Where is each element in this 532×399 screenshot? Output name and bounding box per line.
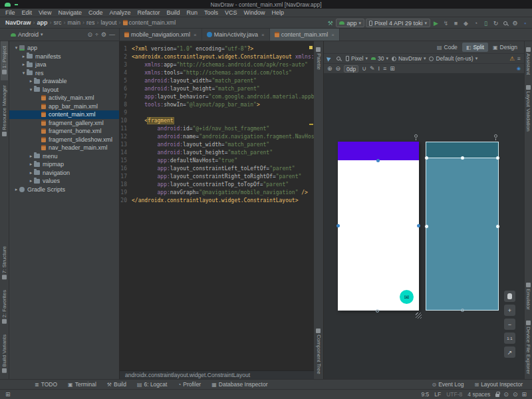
warning-icon[interactable]: ⚠ bbox=[509, 55, 515, 62]
tree-item[interactable]: ▸Gradle Scripts bbox=[9, 186, 119, 194]
menu-file[interactable]: File bbox=[2, 9, 19, 16]
close-icon[interactable]: × bbox=[194, 32, 197, 38]
breadcrumb-item[interactable]: content_main.xml bbox=[122, 19, 178, 26]
tool-strip-tab-layout-validation[interactable]: Layout Validation bbox=[525, 79, 532, 136]
pencil-icon[interactable]: ✎ bbox=[370, 65, 375, 72]
zoom-actual-button[interactable]: 1:1 bbox=[504, 332, 515, 344]
close-icon[interactable]: × bbox=[331, 32, 334, 38]
chevron-right-icon[interactable]: ▸ bbox=[28, 162, 34, 167]
api-selector[interactable]: 30▾ bbox=[371, 55, 388, 62]
tool-strip-tab-resource-manager[interactable]: Resource Manager bbox=[1, 80, 8, 142]
resize-handle[interactable] bbox=[416, 313, 422, 319]
tree-item[interactable]: fragment_slideshow.xml bbox=[9, 136, 119, 144]
menu-tools[interactable]: Tools bbox=[201, 9, 221, 16]
constraint-anchor-left[interactable] bbox=[336, 224, 340, 227]
tab-mobile_navigation.xml[interactable]: mobile_navigation.xml× bbox=[120, 29, 202, 41]
tool-window-build[interactable]: ⚒Build bbox=[102, 381, 132, 388]
chevron-down-icon[interactable]: ▾ bbox=[13, 45, 19, 51]
tab-content_main.xml[interactable]: content_main.xml× bbox=[270, 29, 340, 41]
breadcrumb-item[interactable]: src bbox=[53, 19, 63, 26]
tree-item[interactable]: ▸mipmap bbox=[9, 160, 119, 169]
collapse-all-icon[interactable]: ÷ bbox=[94, 31, 100, 38]
code-line[interactable]: 14 android:layout_height="match_parent" bbox=[120, 149, 314, 157]
constraint-anchor-bottom[interactable] bbox=[376, 309, 379, 313]
settings-icon[interactable]: ⚙ bbox=[100, 31, 108, 38]
code-line[interactable]: 3 xmlns:app="http://schemas.android.com/… bbox=[120, 61, 314, 69]
pack-icon[interactable]: ≡ bbox=[383, 65, 386, 72]
pointer-icon[interactable] bbox=[327, 56, 332, 62]
magnet-icon[interactable]: ∪ bbox=[362, 65, 366, 72]
tree-item[interactable]: fragment_gallery.xml bbox=[9, 119, 119, 128]
mode-tab-split[interactable]: ◧Split bbox=[462, 43, 488, 52]
indent-setting[interactable]: 4 spaces bbox=[467, 391, 490, 398]
code-line[interactable]: 6 android:layout_height="match_parent" bbox=[120, 85, 314, 93]
caret-position[interactable]: 9:5 bbox=[421, 391, 429, 398]
tree-item[interactable]: ▸java bbox=[9, 61, 119, 69]
menu-vcs[interactable]: VCS bbox=[221, 9, 241, 16]
line-ending[interactable]: LF bbox=[434, 391, 441, 398]
close-icon[interactable]: × bbox=[261, 32, 265, 38]
constraint-anchor-right[interactable] bbox=[417, 224, 420, 227]
profile-badge[interactable]: ▪ bbox=[521, 20, 529, 27]
chevron-down-icon[interactable]: ▾ bbox=[21, 70, 27, 76]
code-line[interactable]: 12 android:name="androidx.navigation.fra… bbox=[120, 133, 314, 141]
tree-item[interactable]: content_main.xml bbox=[9, 110, 119, 119]
mode-tab-code[interactable]: ▤Code bbox=[433, 43, 462, 52]
code-line[interactable]: 9 bbox=[120, 109, 314, 117]
debug-icon[interactable]: ◆ bbox=[462, 20, 470, 27]
palette-tab[interactable]: Palette bbox=[315, 41, 323, 74]
blueprint-anchor[interactable] bbox=[461, 156, 464, 160]
code-line[interactable]: 16 app:layout_constraintLeft_toLeftOf="p… bbox=[120, 165, 314, 173]
code-line[interactable]: 2<androidx.constraintlayout.widget.Const… bbox=[120, 53, 314, 61]
default-margins-chip[interactable]: 0dp bbox=[344, 65, 358, 72]
menu-refactor[interactable]: Refactor bbox=[134, 9, 163, 16]
zoom-in-button[interactable]: + bbox=[504, 305, 515, 316]
zoom-out-icon[interactable]: ⊖ bbox=[336, 65, 341, 72]
tab-MainActivity.java[interactable]: MainActivity.java× bbox=[202, 29, 270, 41]
chevron-right-icon[interactable]: ▸ bbox=[21, 54, 27, 59]
zoom-out-button[interactable]: − bbox=[504, 319, 515, 330]
chevron-right-icon[interactable]: ▸ bbox=[28, 78, 34, 84]
tool-window-database-inspector[interactable]: ▦Database Inspector bbox=[206, 381, 273, 388]
hide-panel-icon[interactable]: — bbox=[108, 31, 116, 38]
tool-strip-tab-1-project[interactable]: 1: Project bbox=[1, 41, 8, 80]
guideline-icon[interactable]: I bbox=[378, 65, 380, 72]
tree-item[interactable]: ▸menu bbox=[9, 152, 119, 161]
tool-strip-tab-7-structure[interactable]: 7: Structure bbox=[1, 241, 8, 285]
menu-window[interactable]: Window bbox=[241, 9, 269, 16]
tool-window-layout-inspector[interactable]: ⊞Layout Inspector bbox=[469, 381, 528, 388]
blueprint-anchor[interactable] bbox=[496, 156, 499, 160]
blueprint-phone[interactable] bbox=[426, 142, 499, 311]
tool-window-todo[interactable]: ≣TODO bbox=[29, 381, 63, 388]
menu-run[interactable]: Run bbox=[184, 9, 201, 16]
breadcrumb-item[interactable]: layout bbox=[100, 19, 118, 26]
instant-run-icon[interactable]: ⊙ bbox=[513, 391, 518, 398]
code-line[interactable]: 4 xmlns:tools="http://schemas.android.co… bbox=[120, 69, 314, 77]
breadcrumb-item[interactable]: res bbox=[85, 19, 96, 26]
menu-navigate[interactable]: Navigate bbox=[55, 9, 85, 16]
blueprint-anchor[interactable] bbox=[461, 309, 464, 312]
tree-item[interactable]: ▾res bbox=[9, 69, 119, 78]
chevron-right-icon[interactable]: ▸ bbox=[13, 187, 19, 192]
tool-window-profiler[interactable]: ◔Profiler bbox=[172, 381, 206, 388]
menu-analyze[interactable]: Analyze bbox=[106, 9, 134, 16]
theme-selector[interactable]: NavDraw▾ bbox=[392, 55, 426, 62]
tree-item[interactable]: fragment_home.xml bbox=[9, 127, 119, 136]
info-icon[interactable]: ◉ bbox=[517, 66, 521, 71]
code-line[interactable]: 13 android:layout_width="match_parent" bbox=[120, 141, 314, 149]
tool-window-terminal[interactable]: ▣Terminal bbox=[63, 381, 102, 388]
file-encoding[interactable]: UTF-8 bbox=[446, 391, 462, 398]
tree-item[interactable]: ▸manifests bbox=[9, 53, 119, 61]
code-line[interactable]: 5 android:layout_width="match_parent" bbox=[120, 77, 314, 85]
run-config-selector[interactable]: app▾ bbox=[336, 19, 364, 27]
editor-breadcrumb[interactable]: androidx.constraintlayout.widget.Constra… bbox=[120, 370, 314, 379]
device-manager-icon[interactable]: ▯ bbox=[481, 20, 490, 27]
design-preview-phone[interactable]: ✉ bbox=[338, 142, 419, 311]
design-canvas[interactable]: ✉ +−1:1↗ bbox=[324, 73, 524, 379]
stop-icon[interactable]: ■ bbox=[452, 20, 460, 27]
infer-constraints-icon[interactable]: ⊞ bbox=[390, 65, 395, 72]
menu-edit[interactable]: Edit bbox=[19, 9, 36, 16]
mode-tab-design[interactable]: ▣Design bbox=[489, 43, 521, 52]
tool-strip-tab-2-favorites[interactable]: 2: Favorites bbox=[1, 285, 8, 330]
inspection-indicator-icon[interactable] bbox=[309, 46, 313, 49]
